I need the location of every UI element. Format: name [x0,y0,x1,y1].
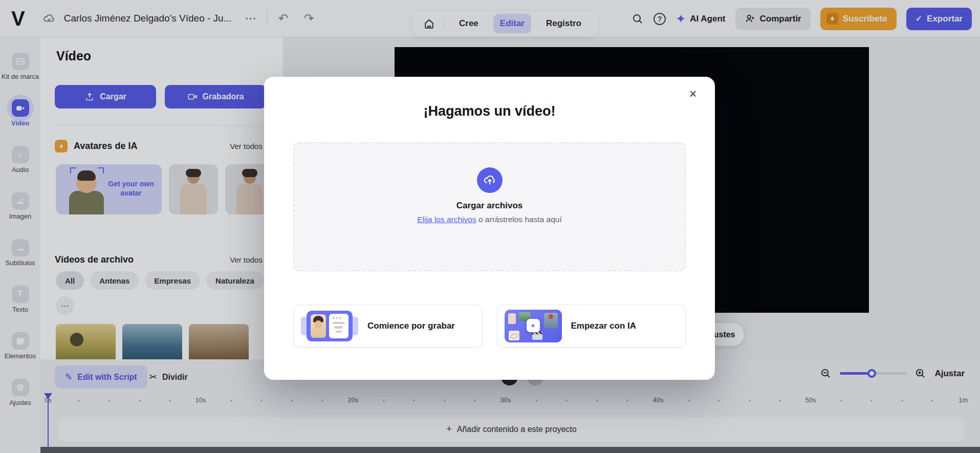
sparkle-icon: ✦ [527,319,540,332]
start-by-recording-card[interactable]: Comience por grabar [293,305,483,348]
upload-dropzone[interactable]: Cargar archivos Elija los archivos o arr… [293,142,686,271]
veed-app: V Carlos Jiménez Delgado's Vídeo - Ju...… [0,0,980,453]
start-with-ai-card[interactable]: ✦ Empezar con IA [497,305,686,348]
card-label: Empezar con IA [571,321,637,331]
upload-hint: Elija los archivos o arrástrelos hasta a… [417,215,562,224]
ai-thumbnail: ✦ [505,310,562,342]
card-label: Comience por grabar [367,321,455,331]
recording-thumbnail [301,310,358,342]
upload-files-label: Cargar archivos [456,201,522,211]
choose-files-link[interactable]: Elija los archivos [417,215,476,224]
modal-option-cards: Comience por grabar ✦ Empezar con IA [293,305,686,348]
cloud-upload-icon [477,167,503,193]
lets-make-a-video-modal: × ¡Hagamos un vídeo! Cargar archivos Eli… [264,77,715,380]
modal-title: ¡Hagamos un vídeo! [264,103,715,119]
close-icon[interactable]: × [684,85,702,102]
